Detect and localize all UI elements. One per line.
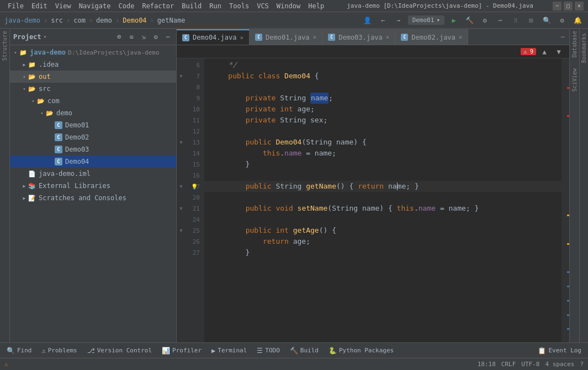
sidebar-settings-icon[interactable]: ⚙ bbox=[151, 32, 161, 42]
close-button[interactable]: × bbox=[575, 2, 584, 10]
tree-label-idea: .idea bbox=[39, 61, 59, 68]
tree-item-out[interactable]: ▾ 📂 out bbox=[10, 71, 176, 83]
tabs-more-button[interactable]: ⋯ bbox=[557, 29, 569, 45]
tree-item-src[interactable]: ▾ 📂 src bbox=[10, 83, 176, 95]
menu-refactor[interactable]: Refactor bbox=[139, 1, 177, 11]
fold-icon[interactable]: ▼ bbox=[178, 227, 184, 234]
coverage-icon[interactable]: ⚙ bbox=[479, 14, 491, 26]
breadcrumb-class[interactable]: Demo04 bbox=[123, 17, 146, 24]
tree-item-demo[interactable]: ▾ 📂 demo bbox=[10, 107, 176, 119]
bookmarks-label[interactable]: Bookmarks bbox=[581, 33, 587, 63]
indent-info[interactable]: 4 spaces bbox=[545, 361, 574, 368]
menu-code[interactable]: Code bbox=[115, 1, 138, 11]
problems-label: Problems bbox=[48, 347, 77, 354]
menu-view[interactable]: View bbox=[52, 1, 75, 11]
fold-icon[interactable]: ▼ bbox=[178, 205, 184, 212]
tree-item-demo02[interactable]: ▶ C Demo02 bbox=[10, 131, 176, 143]
tab-demo02[interactable]: C Demo02.java × bbox=[395, 29, 468, 45]
java-icon: C bbox=[182, 34, 189, 41]
sidebar-scroll-icon[interactable]: ⇲ bbox=[139, 32, 149, 42]
pause-icon[interactable]: ⏸ bbox=[510, 14, 522, 26]
breadcrumb-project[interactable]: java-demo bbox=[4, 17, 40, 24]
menu-build[interactable]: Build bbox=[178, 1, 205, 11]
tree-item-com[interactable]: ▾ 📂 com bbox=[10, 95, 176, 107]
tree-item-java-demo[interactable]: ▾ 📁 java-demo D:\IdeaProjects\java-demo bbox=[10, 46, 176, 58]
menu-file[interactable]: File bbox=[4, 1, 27, 11]
error-nav-up[interactable]: ▲ bbox=[538, 46, 550, 58]
menu-tools[interactable]: Tools bbox=[226, 1, 252, 11]
menu-run[interactable]: Run bbox=[206, 1, 225, 11]
notifications-icon[interactable]: 🔔 bbox=[571, 14, 584, 26]
line-ending[interactable]: CRLF bbox=[501, 361, 516, 368]
tab-close-demo03[interactable]: × bbox=[386, 34, 390, 41]
code-line-7: public class Demo04 { bbox=[204, 71, 561, 82]
todo-button[interactable]: ☰ TODO bbox=[252, 345, 284, 357]
more-run-icon[interactable]: ⋯ bbox=[494, 14, 506, 26]
tab-label-demo03: Demo03.java bbox=[338, 34, 382, 41]
search-icon[interactable]: 🔍 bbox=[541, 14, 553, 26]
menu-edit[interactable]: Edit bbox=[28, 1, 51, 11]
error-nav-down[interactable]: ▼ bbox=[553, 46, 565, 58]
cursor-position[interactable]: 18:18 bbox=[478, 361, 496, 368]
find-button[interactable]: 🔍 Find bbox=[2, 345, 36, 357]
tab-close-demo04[interactable]: × bbox=[240, 34, 243, 41]
settings-icon[interactable]: ⚙ bbox=[556, 14, 568, 26]
breadcrumb-demo[interactable]: demo bbox=[96, 17, 112, 24]
gutter-row-10: 10 bbox=[177, 104, 204, 115]
bulb-icon[interactable]: 💡 bbox=[191, 184, 198, 190]
tab-demo03[interactable]: C Demo03.java × bbox=[322, 29, 395, 45]
sidebar-title: Project bbox=[13, 33, 41, 41]
tree-item-demo03[interactable]: ▶ C Demo03 bbox=[10, 143, 176, 155]
structure-panel-label[interactable]: Structure bbox=[2, 31, 8, 61]
python-packages-button[interactable]: 🐍 Python Packages bbox=[324, 345, 398, 357]
fold-icon[interactable]: ▼ bbox=[178, 139, 184, 146]
profiler-button[interactable]: 📊 Profiler bbox=[157, 345, 206, 357]
maximize-button[interactable]: □ bbox=[564, 2, 573, 10]
fold-icon[interactable]: ▼ bbox=[178, 73, 184, 79]
run-button[interactable]: ▶ bbox=[448, 14, 460, 26]
menu-help[interactable]: Help bbox=[305, 1, 327, 11]
breadcrumb-method[interactable]: getName bbox=[157, 17, 186, 24]
menu-vcs[interactable]: VCS bbox=[253, 1, 272, 11]
problems-button[interactable]: ⚠ Problems bbox=[38, 345, 82, 357]
build-button[interactable]: 🔨 Build bbox=[285, 345, 323, 357]
minimize-button[interactable]: − bbox=[553, 2, 561, 10]
version-control-button[interactable]: ⎇ Version Control bbox=[83, 345, 156, 357]
stop-icon[interactable]: ⏹ bbox=[525, 14, 537, 26]
tab-demo01[interactable]: C Demo01.java × bbox=[250, 29, 322, 45]
status-right: 18:18 CRLF UTF-8 4 spaces ? bbox=[478, 361, 584, 368]
forward-icon[interactable]: → bbox=[393, 14, 405, 26]
profile-icon[interactable]: 👤 bbox=[362, 14, 374, 26]
gutter-row-26: 26 bbox=[177, 236, 204, 247]
code-content[interactable]: */ public class Demo04 { private String … bbox=[204, 58, 561, 342]
code-line-9: private String name; bbox=[204, 93, 561, 104]
breadcrumb-com[interactable]: com bbox=[73, 17, 86, 24]
tree-item-scratches[interactable]: ▶ 📝 Scratches and Consoles bbox=[10, 192, 176, 204]
tree-item-external-libs[interactable]: ▶ 📚 External Libraries bbox=[10, 180, 176, 192]
tab-close-demo02[interactable]: × bbox=[459, 34, 463, 41]
run-config-selector[interactable]: Demo01 ▾ bbox=[408, 15, 444, 25]
sidebar-compact-icon[interactable]: ≡ bbox=[126, 32, 136, 42]
database-panel-label[interactable]: Database bbox=[571, 31, 578, 57]
status-help-icon[interactable]: ? bbox=[580, 361, 584, 368]
tree-item-demo01[interactable]: ▶ C Demo01 bbox=[10, 119, 176, 131]
tree-item-idea[interactable]: ▶ 📁 .idea bbox=[10, 58, 176, 71]
fold-icon[interactable]: ▼ bbox=[178, 183, 184, 190]
event-log-button[interactable]: 📋 Event Log bbox=[533, 345, 586, 357]
tree-item-iml[interactable]: ▶ 📄 java-demo.iml bbox=[10, 168, 176, 180]
tree-item-demo04[interactable]: ▶ C Demo04 bbox=[10, 155, 176, 168]
tab-close-demo01[interactable]: × bbox=[313, 34, 317, 41]
breadcrumb-src[interactable]: src bbox=[51, 17, 63, 24]
sidebar-add-icon[interactable]: ⊕ bbox=[114, 32, 124, 42]
sidebar-more-icon[interactable]: ⋯ bbox=[163, 32, 173, 42]
sidebar-title-area[interactable]: Project ▾ bbox=[13, 33, 47, 41]
java-class-icon: C bbox=[54, 121, 63, 130]
menu-navigate[interactable]: Navigate bbox=[76, 1, 114, 11]
terminal-button[interactable]: ▶ Terminal bbox=[207, 345, 251, 357]
tab-demo04[interactable]: C Demo04.java × bbox=[177, 29, 250, 45]
sciview-panel-label[interactable]: SciView bbox=[571, 68, 578, 92]
debug-build-icon[interactable]: 🔨 bbox=[463, 14, 475, 26]
back-icon[interactable]: ← bbox=[377, 14, 389, 26]
menu-window[interactable]: Window bbox=[273, 1, 304, 11]
encoding[interactable]: UTF-8 bbox=[521, 361, 539, 368]
